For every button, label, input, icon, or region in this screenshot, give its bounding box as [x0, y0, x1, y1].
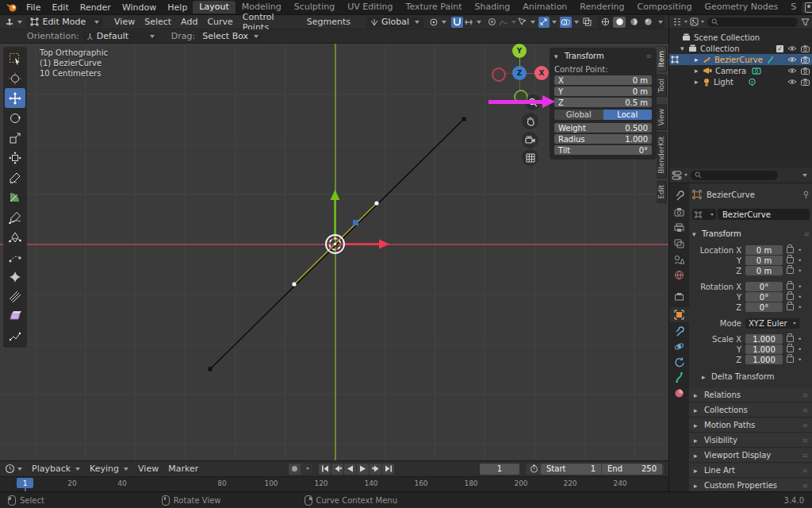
- workspace-tab-animation[interactable]: Animation: [516, 1, 573, 13]
- tool-rotate[interactable]: [5, 108, 25, 128]
- menu-window[interactable]: Window: [117, 2, 162, 13]
- menu-render[interactable]: Render: [75, 2, 117, 13]
- menu-help[interactable]: Help: [162, 2, 193, 13]
- tab-tool[interactable]: [669, 188, 689, 203]
- overlays-toggle[interactable]: [560, 17, 571, 28]
- lock-icon[interactable]: [787, 283, 794, 290]
- timeline-menu-view[interactable]: View: [133, 464, 163, 474]
- next-keyframe-button[interactable]: [370, 464, 381, 475]
- camera-render-icon[interactable]: [801, 56, 810, 64]
- rotation-mode-dropdown[interactable]: XYZ Euler: [745, 318, 799, 329]
- animate-dot-icon[interactable]: •: [798, 303, 802, 311]
- timeline-menu-playback[interactable]: Playback: [27, 464, 85, 474]
- workspace-tab-layout[interactable]: Layout: [193, 1, 235, 13]
- eye-icon[interactable]: [787, 79, 797, 85]
- delta-transform-section[interactable]: Delta Transform: [711, 372, 775, 381]
- timeline-ruler[interactable]: 20 40 80 100 120 140 160 180 200 220 240…: [0, 476, 668, 492]
- vp-menu-view[interactable]: View: [109, 17, 140, 27]
- sidebar-tab-tool[interactable]: Tool: [657, 74, 667, 97]
- camera-render-icon[interactable]: [801, 67, 810, 75]
- object-name-field[interactable]: BezierCurve: [718, 209, 810, 220]
- field-z[interactable]: Z 0.5 m: [554, 98, 652, 107]
- auto-keying-dropdown[interactable]: [301, 464, 312, 475]
- lock-icon[interactable]: [787, 257, 794, 264]
- menu-file[interactable]: File: [21, 2, 46, 13]
- field-radius[interactable]: Radius 1.000: [554, 134, 652, 144]
- outliner-row-camera[interactable]: ▸ Camera: [669, 65, 812, 76]
- proportional-editing-toggle[interactable]: [486, 17, 497, 28]
- menu-edit[interactable]: Edit: [46, 2, 74, 13]
- toggle-ortho-button[interactable]: [522, 149, 538, 166]
- use-preview-range-icon[interactable]: [530, 464, 538, 473]
- animate-dot-icon[interactable]: •: [798, 356, 802, 364]
- collection-checkbox[interactable]: ✓: [776, 45, 783, 52]
- panel-grip-icon[interactable]: ≡: [803, 230, 810, 238]
- timeline-menu-keying[interactable]: Keying: [85, 464, 133, 474]
- tab-world[interactable]: [669, 267, 689, 283]
- animate-dot-icon[interactable]: •: [798, 256, 802, 264]
- timeline-menu-marker[interactable]: Marker: [163, 464, 203, 474]
- animate-dot-icon[interactable]: •: [798, 283, 802, 291]
- lock-icon[interactable]: [787, 267, 794, 274]
- frame-start-field[interactable]: Start 1: [541, 464, 601, 475]
- panel-grip-icon[interactable]: ≡: [645, 52, 652, 60]
- transform-orientation-dropdown[interactable]: Global: [366, 17, 423, 28]
- sidebar-tab-item[interactable]: Item: [657, 46, 667, 72]
- disclosure-closed-icon[interactable]: ▸: [695, 78, 703, 86]
- sidebar-tab-edit[interactable]: Edit: [657, 180, 667, 203]
- outliner-filter-mode-icon[interactable]: [690, 17, 699, 26]
- tool-cursor[interactable]: [5, 68, 25, 88]
- auto-keying-button[interactable]: [289, 464, 301, 475]
- vp-menu-select[interactable]: Select: [140, 17, 176, 27]
- field-x[interactable]: X 0 m: [554, 75, 652, 85]
- tool-curve-pen[interactable]: [5, 227, 25, 247]
- eye-icon[interactable]: [787, 45, 797, 52]
- tool-measure[interactable]: [5, 187, 25, 207]
- tool-annotate[interactable]: [5, 167, 25, 187]
- tool-radius[interactable]: [5, 267, 25, 287]
- rotation-x-field[interactable]: 0°: [745, 282, 783, 291]
- outliner-row-beziercurve[interactable]: ▸ BezierCurve: [669, 54, 812, 65]
- jump-to-end-button[interactable]: [382, 464, 394, 475]
- workspace-tab-shading[interactable]: Shading: [469, 1, 517, 13]
- local-toggle-button[interactable]: Local: [603, 110, 653, 120]
- gizmo-axis-x[interactable]: X: [534, 66, 549, 80]
- section-line-art[interactable]: ▸Line Art≡: [689, 464, 812, 478]
- lock-icon[interactable]: [787, 247, 794, 253]
- scale-z-field[interactable]: 1.000: [745, 355, 783, 364]
- tool-tilt[interactable]: [5, 287, 25, 306]
- section-viewport-display[interactable]: ▸Viewport Display≡: [689, 448, 812, 463]
- section-motion-paths[interactable]: ▸Motion Paths≡: [689, 418, 812, 433]
- pin-icon[interactable]: [802, 190, 810, 198]
- tab-collection-props[interactable]: [669, 289, 689, 304]
- jump-to-start-button[interactable]: [319, 464, 331, 475]
- field-weight[interactable]: Weight 0.500: [554, 123, 652, 133]
- rotation-z-field[interactable]: 0°: [745, 302, 783, 312]
- global-toggle-button[interactable]: Global: [554, 110, 603, 120]
- scene-selector[interactable]: Scene ×: [802, 2, 812, 13]
- pivot-point-dropdown[interactable]: [428, 17, 439, 28]
- proportional-falloff-dropdown[interactable]: [498, 17, 509, 28]
- outliner-search-input[interactable]: [707, 17, 798, 27]
- workspace-tab-texture-paint[interactable]: Texture Paint: [400, 1, 469, 13]
- lock-icon[interactable]: [787, 304, 794, 310]
- tab-constraints[interactable]: [669, 355, 689, 370]
- shading-solid-button[interactable]: [613, 17, 626, 28]
- location-x-field[interactable]: 0 m: [745, 245, 783, 255]
- viewport-canvas[interactable]: Top Orthographic (1) BezierCurve 10 Cent…: [0, 44, 668, 460]
- lock-icon[interactable]: [787, 294, 794, 300]
- timeline-editor-icon[interactable]: [5, 464, 15, 474]
- tab-render[interactable]: [669, 204, 689, 219]
- xray-toggle[interactable]: [582, 17, 593, 28]
- workspace-tab-scripting[interactable]: Scripting: [784, 1, 797, 13]
- current-frame-field[interactable]: 1: [480, 464, 519, 475]
- shading-rendered-button[interactable]: [642, 17, 654, 28]
- lock-icon[interactable]: [787, 356, 794, 363]
- properties-options-dropdown[interactable]: [802, 174, 807, 177]
- vp-menu-add[interactable]: Add: [176, 17, 202, 27]
- disclosure-closed-icon[interactable]: ▸: [702, 373, 710, 381]
- panel-collapse-icon[interactable]: ▾: [692, 230, 700, 238]
- tab-object-data[interactable]: [669, 370, 689, 385]
- lock-icon[interactable]: [787, 336, 794, 342]
- tab-modifiers[interactable]: [669, 324, 689, 339]
